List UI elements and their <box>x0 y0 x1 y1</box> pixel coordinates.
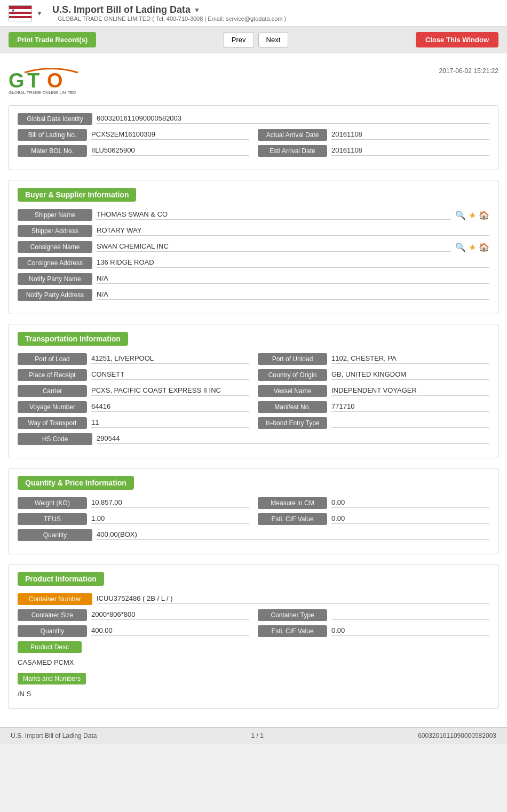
hs-code-label: HS Code <box>18 433 92 445</box>
mater-bol-label: Mater BOL No. <box>18 145 87 157</box>
manifest-no-field: Manifest No. 771710 <box>258 401 489 413</box>
vessel-name-label: Vessel Name <box>258 385 327 397</box>
search-icon[interactable]: 🔍 <box>455 210 466 220</box>
consignee-name-row: Consignee Name SWAN CHEMICAL INC 🔍 ★ 🏠 <box>18 241 489 253</box>
consignee-name-label: Consignee Name <box>18 241 92 253</box>
consignee-address-label: Consignee Address <box>18 257 92 269</box>
esti-arrival-value: 20161108 <box>331 146 489 156</box>
consignee-name-icons: 🔍 ★ 🏠 <box>455 242 489 252</box>
svg-text:O: O <box>47 69 63 92</box>
measure-cm-value: 0.00 <box>331 498 489 508</box>
place-of-receipt-field: Place of Receipt CONSETT <box>18 369 249 381</box>
notify-party-address-label: Notify Party Address <box>18 289 92 301</box>
way-of-transport-label: Way of Transport <box>18 417 87 429</box>
prev-button[interactable]: Prev <box>224 32 254 47</box>
esti-cif-field: Esti. CIF Value 0.00 <box>258 513 489 525</box>
inbond-entry-value <box>331 418 489 428</box>
shipper-address-row: Shipper Address ROTARY WAY <box>18 225 489 237</box>
bol-field: Bill of Lading No. PCXS2EM16100309 <box>18 129 249 141</box>
carrier-value: PCXS, PACIFIC COAST EXPRESS II INC <box>91 386 249 396</box>
teus-field: TEUS 1.00 <box>18 513 249 525</box>
hs-code-row: HS Code 290544 <box>18 433 489 445</box>
transportation-card: Transportation Information Port of Load … <box>9 324 498 458</box>
notify-party-address-value: N/A <box>97 290 489 300</box>
container-size-value: 2000*806*800 <box>91 610 249 620</box>
flag-icon <box>9 5 32 21</box>
home-icon[interactable]: 🏠 <box>479 210 489 220</box>
shipper-name-row: Shipper Name THOMAS SWAN & CO 🔍 ★ 🏠 <box>18 209 489 221</box>
timestamp: 2017-06-02 15:21:22 <box>439 67 498 75</box>
port-of-load-field: Port of Load 41251, LIVERPOOL <box>18 353 249 365</box>
inbond-entry-field: In-bond Entry Type <box>258 417 489 429</box>
next-button[interactable]: Next <box>258 32 289 47</box>
shipper-name-value: THOMAS SWAN & CO <box>97 210 451 220</box>
print-button[interactable]: Print Trade Record(s) <box>9 32 96 47</box>
product-quantity-value: 400.00 <box>91 626 249 636</box>
container-size-label: Container Size <box>18 609 87 621</box>
measure-cm-label: Measure in CM <box>258 497 327 509</box>
container-type-value <box>331 610 489 620</box>
quantity-value: 400.00(BOX) <box>97 530 489 540</box>
carrier-label: Carrier <box>18 385 87 397</box>
bol-arrival-row: Bill of Lading No. PCXS2EM16100309 Actua… <box>18 129 489 141</box>
global-data-identity-value: 6003201611090000582003 <box>97 114 489 124</box>
product-quantity-cif-row: Quantity 400.00 Esti. CIF Value 0.00 <box>18 625 489 637</box>
place-of-receipt-label: Place of Receipt <box>18 369 87 381</box>
product-desc-value: CASAMED PCMX <box>18 656 489 668</box>
mater-bol-value: IILU50625900 <box>91 146 249 156</box>
buyer-supplier-section-header: Buyer & Supplier Information <box>18 188 136 202</box>
top-header: ▼ U.S. Import Bill of Lading Data ▼ GLOB… <box>0 0 507 27</box>
bol-label: Bill of Lading No. <box>18 129 87 141</box>
shipper-address-label: Shipper Address <box>18 225 92 237</box>
carrier-field: Carrier PCXS, PACIFIC COAST EXPRESS II I… <box>18 385 249 397</box>
container-number-value: ICUU3752486 ( 2B / L / ) <box>97 594 489 604</box>
port-of-unload-field: Port of Unload 1102, CHESTER, PA <box>258 353 489 365</box>
hs-code-value: 290544 <box>97 434 489 444</box>
shipper-name-label: Shipper Name <box>18 209 92 221</box>
quantity-label: Quantity <box>18 529 92 541</box>
company-logo: G T O GLOBAL TRADE ONLINE LIMITED <box>9 67 94 97</box>
transport-inbond-row: Way of Transport 11 In-bond Entry Type <box>18 417 489 429</box>
port-of-unload-label: Port of Unload <box>258 353 327 365</box>
title-dropdown-arrow[interactable]: ▼ <box>194 6 200 14</box>
country-of-origin-value: GB, UNITED KINGDOM <box>331 370 489 380</box>
weight-field: Weight (KG) 10,857.00 <box>18 497 249 509</box>
manifest-no-label: Manifest No. <box>258 401 327 413</box>
quantity-row: Quantity 400.00(BOX) <box>18 529 489 541</box>
main-content: G T O GLOBAL TRADE ONLINE LIMITED 2017-0… <box>0 53 507 727</box>
product-information-card: Product Information Container Number ICU… <box>9 564 498 709</box>
flag-dropdown-arrow[interactable]: ▼ <box>36 10 43 17</box>
search-icon[interactable]: 🔍 <box>455 242 466 252</box>
footer-record-id: 6003201611090000582003 <box>418 732 496 739</box>
teus-value: 1.00 <box>91 514 249 524</box>
port-load-unload-row: Port of Load 41251, LIVERPOOL Port of Un… <box>18 353 489 365</box>
star-icon[interactable]: ★ <box>469 242 476 252</box>
marks-numbers-value: /N S <box>18 688 489 700</box>
voyage-number-label: Voyage Number <box>18 401 87 413</box>
carrier-vessel-row: Carrier PCXS, PACIFIC COAST EXPRESS II I… <box>18 385 489 397</box>
mater-bol-esti-row: Mater BOL No. IILU50625900 Esti Arrival … <box>18 145 489 157</box>
country-of-origin-field: Country of Origin GB, UNITED KINGDOM <box>258 369 489 381</box>
svg-text:GLOBAL TRADE ONLINE LIMITED: GLOBAL TRADE ONLINE LIMITED <box>9 90 76 95</box>
way-of-transport-value: 11 <box>91 418 249 428</box>
container-size-type-row: Container Size 2000*806*800 Container Ty… <box>18 609 489 621</box>
mater-bol-field: Mater BOL No. IILU50625900 <box>18 145 249 157</box>
bol-value: PCXS2EM16100309 <box>91 130 249 140</box>
teus-label: TEUS <box>18 513 87 525</box>
star-icon[interactable]: ★ <box>469 210 476 220</box>
home-icon[interactable]: 🏠 <box>479 242 489 252</box>
notify-party-name-row: Notify Party Name N/A <box>18 273 489 285</box>
marks-numbers-label: Marks and Numbers <box>18 673 86 684</box>
container-size-field: Container Size 2000*806*800 <box>18 609 249 621</box>
weight-value: 10,857.00 <box>91 498 249 508</box>
teus-cif-row: TEUS 1.00 Esti. CIF Value 0.00 <box>18 513 489 525</box>
page-footer: U.S. Import Bill of Lading Data 1 / 1 60… <box>0 727 507 744</box>
toolbar: Print Trade Record(s) Prev Next Close Th… <box>0 27 507 53</box>
container-number-row: Container Number ICUU3752486 ( 2B / L / … <box>18 593 489 605</box>
voyage-number-field: Voyage Number 64416 <box>18 401 249 413</box>
quantity-price-card: Quantity & Price Information Weight (KG)… <box>9 468 498 554</box>
close-window-button[interactable]: Close This Window <box>416 32 498 47</box>
notify-party-name-value: N/A <box>97 274 489 284</box>
container-number-label: Container Number <box>18 593 92 605</box>
product-information-section-header: Product Information <box>18 572 104 586</box>
